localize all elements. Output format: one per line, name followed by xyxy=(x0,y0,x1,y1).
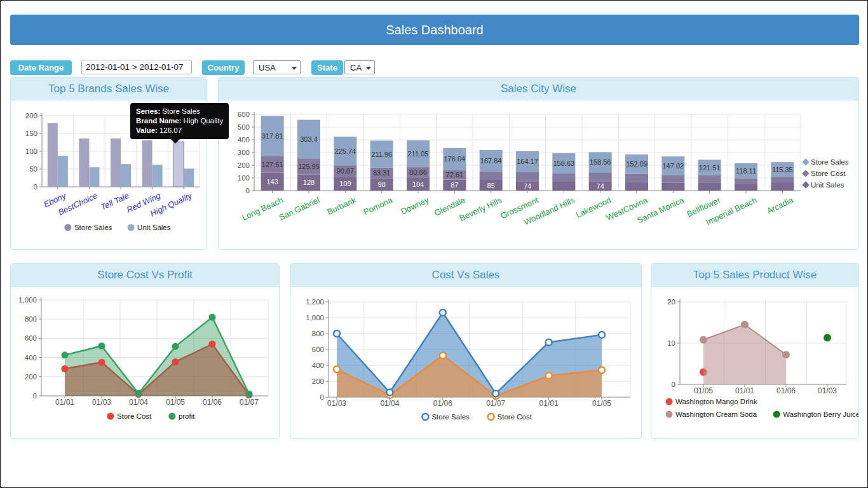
legend-marker[interactable] xyxy=(666,398,673,405)
country-button[interactable]: Country xyxy=(202,60,245,75)
value-label: 98 xyxy=(378,180,386,188)
value-label: 147.02 xyxy=(663,162,684,170)
data-point[interactable] xyxy=(172,343,179,350)
value-label: 164.17 xyxy=(517,158,538,165)
legend-marker[interactable] xyxy=(802,158,809,165)
data-point[interactable] xyxy=(172,358,179,365)
bar[interactable] xyxy=(142,140,153,187)
data-point[interactable] xyxy=(98,359,105,366)
x-axis-label: Long Beach xyxy=(241,195,285,222)
date-range-input[interactable] xyxy=(81,60,192,74)
products-scatter-chart[interactable]: 0102001/0501/0101/0601/03Washington Mang… xyxy=(651,287,858,438)
x-axis-label: Arcadia xyxy=(765,195,795,216)
x-axis-label: Burbank xyxy=(325,195,358,217)
data-point[interactable] xyxy=(546,372,552,379)
bar[interactable] xyxy=(184,168,194,187)
y-axis-label: 300 xyxy=(238,149,250,156)
legend-marker[interactable] xyxy=(128,224,135,231)
sales-dashboard-page: Sales Dashboard Date Range Country USA S… xyxy=(0,0,868,488)
data-point[interactable] xyxy=(700,336,707,344)
legend-marker[interactable] xyxy=(168,413,175,420)
country-select[interactable]: USA xyxy=(253,60,301,74)
data-point[interactable] xyxy=(599,367,605,374)
legend-marker[interactable] xyxy=(488,414,494,420)
bar[interactable] xyxy=(111,139,121,187)
data-point[interactable] xyxy=(62,365,69,372)
caret-down-icon xyxy=(292,67,297,70)
bar-segment[interactable] xyxy=(480,172,503,180)
bar-segment[interactable] xyxy=(625,182,648,191)
data-point[interactable] xyxy=(209,341,216,348)
bar-segment[interactable] xyxy=(625,174,648,182)
value-label: 158.56 xyxy=(590,158,611,166)
bar-segment[interactable] xyxy=(735,184,757,191)
cost-sales-area-chart[interactable]: 02004006008001,0001,20001/0301/0401/0601… xyxy=(290,287,641,438)
bar-segment[interactable] xyxy=(771,177,794,183)
value-label: 83.31 xyxy=(373,169,391,177)
tooltip-series-row: Series:Store Sales xyxy=(136,107,223,116)
bar-segment[interactable] xyxy=(698,175,721,183)
x-axis-label: Beverly Hills xyxy=(458,195,504,223)
y-axis-label: 400 xyxy=(238,136,250,144)
data-point[interactable] xyxy=(334,366,340,372)
y-axis-label: 50 xyxy=(29,165,37,173)
cities-stacked-bar-chart[interactable]: 0100200300400500600143127.51317.81Long B… xyxy=(219,100,858,249)
bar-segment[interactable] xyxy=(661,183,684,191)
data-point[interactable] xyxy=(492,390,499,396)
legend-label: profit xyxy=(179,412,195,420)
bar-segment[interactable] xyxy=(516,172,539,181)
x-axis-label: 01/03 xyxy=(92,398,111,407)
legend-label: Washington Berry Juice xyxy=(783,410,858,418)
value-label: 90.07 xyxy=(337,167,355,175)
legend-marker[interactable] xyxy=(422,414,428,420)
bar-segment[interactable] xyxy=(661,175,684,183)
value-label: 303.4 xyxy=(300,135,318,143)
bar[interactable] xyxy=(89,167,99,187)
bar-segment[interactable] xyxy=(552,182,575,191)
value-label: 127.51 xyxy=(262,161,283,168)
data-point[interactable] xyxy=(440,352,446,358)
data-point[interactable] xyxy=(599,332,605,338)
data-point[interactable] xyxy=(334,330,340,337)
legend-marker[interactable] xyxy=(666,411,673,418)
data-point[interactable] xyxy=(98,342,105,349)
legend-marker[interactable] xyxy=(107,413,114,420)
cost-profit-area-chart[interactable]: 02004006008001,00001/0101/0301/0401/0501… xyxy=(11,287,279,438)
legend-marker[interactable] xyxy=(802,181,809,188)
x-axis-label: 01/05 xyxy=(166,398,185,407)
series-area[interactable] xyxy=(703,325,786,384)
data-point[interactable] xyxy=(62,351,69,358)
bar[interactable] xyxy=(173,142,184,187)
legend-marker[interactable] xyxy=(64,224,71,231)
panel-title-cities: Sales City Wise xyxy=(219,78,858,100)
legend-marker[interactable] xyxy=(802,170,809,177)
value-label: 72.61 xyxy=(446,171,464,179)
bar[interactable] xyxy=(153,165,163,187)
state-button[interactable]: State xyxy=(311,60,343,75)
bar-segment[interactable] xyxy=(735,178,757,184)
caret-down-icon xyxy=(366,67,371,70)
bar-segment[interactable] xyxy=(552,173,575,182)
bar[interactable] xyxy=(48,123,58,187)
data-point[interactable] xyxy=(824,334,831,342)
data-point[interactable] xyxy=(209,314,216,321)
tooltip-value-row: Value:126.07 xyxy=(136,126,223,135)
legend-marker[interactable] xyxy=(773,411,780,418)
data-point[interactable] xyxy=(782,351,790,358)
y-axis-label: 100 xyxy=(238,174,250,182)
data-point[interactable] xyxy=(546,339,552,346)
bar[interactable] xyxy=(58,156,68,187)
data-point[interactable] xyxy=(741,321,749,329)
panel-title-brands: Top 5 Brands Sales Wise xyxy=(11,78,207,100)
bar[interactable] xyxy=(121,164,131,187)
bar-segment[interactable] xyxy=(698,182,721,191)
data-point[interactable] xyxy=(440,309,446,316)
bar-segment[interactable] xyxy=(589,172,612,181)
data-point[interactable] xyxy=(386,390,393,396)
state-select[interactable]: CA xyxy=(344,60,375,74)
date-range-button[interactable]: Date Range xyxy=(10,60,72,75)
bar-segment[interactable] xyxy=(771,183,794,191)
bar[interactable] xyxy=(79,139,89,187)
value-label: 121.51 xyxy=(699,164,721,172)
tooltip-value-label: Value: xyxy=(136,126,158,134)
